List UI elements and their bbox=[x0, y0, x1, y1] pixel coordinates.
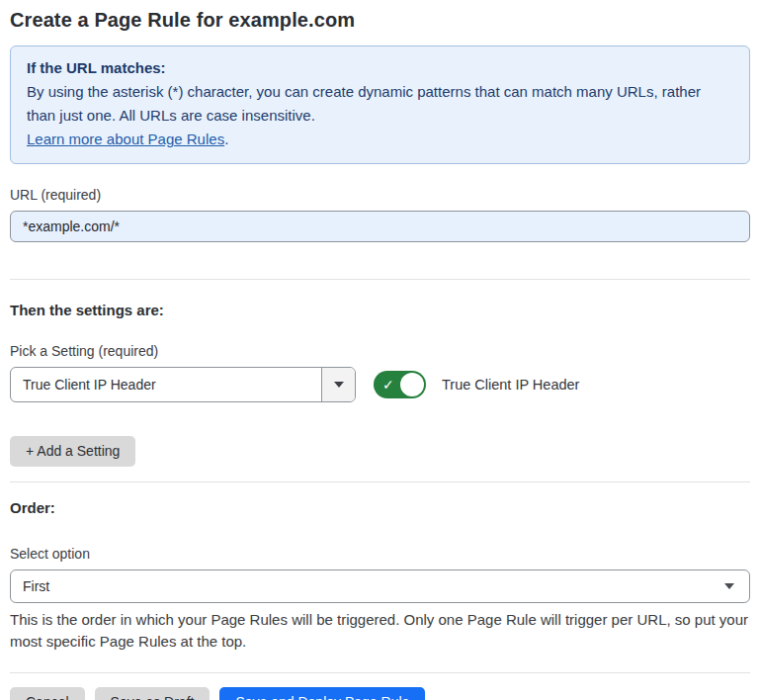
save-and-deploy-button[interactable]: Save and Deploy Page Rule bbox=[219, 687, 425, 700]
info-callout-body: By using the asterisk (*) character, you… bbox=[27, 80, 733, 128]
cancel-button[interactable]: Cancel bbox=[10, 687, 85, 700]
learn-more-link[interactable]: Learn more about Page Rules bbox=[27, 131, 224, 147]
pick-setting-label: Pick a Setting (required) bbox=[10, 343, 750, 359]
order-section-heading: Order: bbox=[10, 499, 750, 516]
add-setting-button[interactable]: + Add a Setting bbox=[10, 436, 135, 467]
url-match-info-callout: If the URL matches: By using the asteris… bbox=[10, 45, 750, 164]
setting-select[interactable]: True Client IP Header bbox=[10, 367, 356, 402]
order-select-value: First bbox=[23, 578, 49, 594]
check-icon: ✓ bbox=[382, 378, 394, 392]
setting-select-value: True Client IP Header bbox=[11, 368, 321, 401]
section-divider bbox=[10, 481, 750, 482]
caret-down-icon bbox=[334, 382, 344, 388]
true-client-ip-toggle[interactable]: ✓ bbox=[374, 371, 426, 398]
info-callout-heading: If the URL matches: bbox=[27, 56, 733, 80]
page-title: Create a Page Rule for example.com bbox=[10, 0, 750, 32]
save-as-draft-button[interactable]: Save as Draft bbox=[95, 687, 211, 700]
link-period: . bbox=[224, 131, 228, 147]
toggle-knob bbox=[400, 373, 424, 396]
caret-down-icon bbox=[724, 583, 734, 589]
form-actions: Cancel Save as Draft Save and Deploy Pag… bbox=[10, 687, 750, 700]
section-divider bbox=[10, 672, 750, 673]
setting-select-arrow-button[interactable] bbox=[321, 368, 355, 401]
settings-section-heading: Then the settings are: bbox=[10, 302, 750, 318]
select-option-label: Select option bbox=[10, 546, 750, 562]
url-field-label: URL (required) bbox=[10, 187, 750, 203]
order-help-text: This is the order in which your Page Rul… bbox=[10, 609, 750, 652]
order-select[interactable]: First bbox=[10, 569, 750, 603]
info-callout-link-line: Learn more about Page Rules. bbox=[27, 128, 733, 151]
toggle-label: True Client IP Header bbox=[442, 377, 579, 393]
setting-row: True Client IP Header ✓ True Client IP H… bbox=[10, 367, 750, 402]
url-input[interactable] bbox=[10, 211, 750, 242]
section-divider bbox=[10, 279, 750, 280]
